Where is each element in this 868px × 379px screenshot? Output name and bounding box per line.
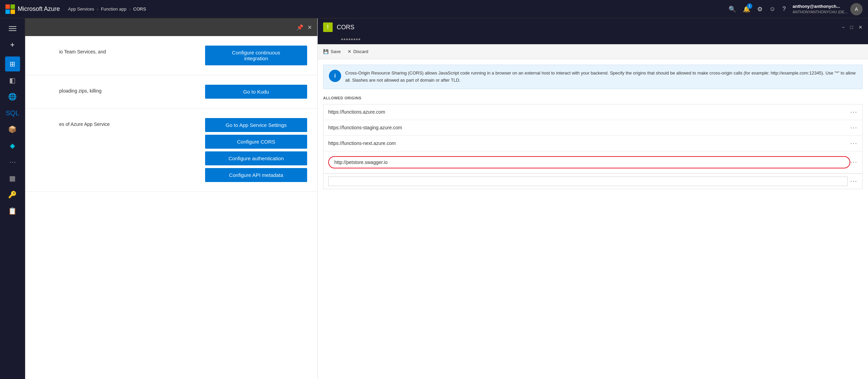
origin-row-2: https://functions-staging.azure.com ··· [323,120,862,136]
settings-icon[interactable]: ⚙ [757,5,763,13]
left-panel: 📌 ✕ io Team Services, and Configure cont… [25,18,318,379]
breadcrumb-app-services[interactable]: App Services [68,6,94,12]
origin-menu-2[interactable]: ··· [850,124,857,131]
breadcrumb-cors[interactable]: CORS [133,6,146,12]
discard-button[interactable]: ✕ Discard [348,49,368,54]
svg-rect-3 [11,10,15,14]
cors-restore-icon[interactable]: □ [850,24,853,30]
user-text: anthony@anthonych... ANTHONYANTHONYCHU (… [792,4,848,14]
cors-header-icons: − □ ✕ [842,24,863,30]
section-ci-buttons: Configure continuousintegration [205,46,307,65]
configure-continuous-integration-button[interactable]: Configure continuousintegration [205,46,307,65]
cors-title: CORS [337,24,354,31]
user-tenant: ANTHONYANTHONYCHU (DE... [792,10,848,14]
topbar: Microsoft Azure App Services › Function … [0,0,868,18]
section-kudu-text: ploading zips, killing [59,85,195,95]
main-layout: + ⊞ ◧ 🌐 SQL 📦 ◆ ⋯ ▦ 🔑 📋 📌 ✕ io Team Serv… [0,18,868,379]
user-display-name: anthony@anthonych... [792,4,848,10]
origin-row-4: http://petstore.swagger.io ··· [323,151,862,174]
breadcrumb-sep-2: › [129,7,131,12]
content-area: 📌 ✕ io Team Services, and Configure cont… [25,18,868,379]
origin-url-2: https://functions-staging.azure.com [328,125,850,130]
discard-label: Discard [353,49,368,54]
save-icon: 💾 [323,49,329,54]
info-icon: i [329,70,341,82]
svg-rect-1 [11,4,15,9]
sidebar-item-sql[interactable]: SQL [5,105,20,120]
help-icon[interactable]: ? [782,5,786,13]
origin-menu-1[interactable]: ··· [850,109,857,116]
sidebar-item-api[interactable]: ⋯ [5,154,20,169]
configure-authentication-button[interactable]: Configure authentication [205,151,307,165]
cors-subtitle: ●●●●●●●● [341,37,361,42]
discard-icon: ✕ [348,49,351,54]
cors-info-box: i Cross-Origin Resource Sharing (CORS) a… [323,65,863,89]
sidebar-item-monitor[interactable]: 📋 [5,203,20,218]
breadcrumb: App Services › Function app › CORS [68,6,146,12]
save-label: Save [331,49,341,54]
brand-logo: Microsoft Azure [5,4,60,14]
svg-rect-0 [5,4,10,9]
origin-url-3: https://functions-next.azure.com [328,141,850,146]
panel-header: 📌 ✕ [25,18,317,36]
close-panel-icon[interactable]: ✕ [307,24,312,31]
pin-icon[interactable]: 📌 [297,24,303,31]
hamburger-line-2 [9,28,16,29]
cors-close-icon[interactable]: ✕ [858,24,863,30]
brand-name: Microsoft Azure [18,5,60,13]
section-app-service: es of Azure App Service Go to App Servic… [25,109,317,192]
section-ci-text: io Team Services, and [59,46,195,55]
sidebar-item-resources[interactable]: ◧ [5,73,20,88]
cors-panel-header: ! CORS − □ ✕ [318,18,868,36]
go-to-kudu-button[interactable]: Go to Kudu [205,85,307,99]
section-app-service-text: es of Azure App Service [59,118,195,128]
cors-title-area: ! CORS [323,22,838,32]
cors-info-text: Cross-Origin Resource Sharing (CORS) all… [345,70,857,84]
new-origin-menu[interactable]: ··· [850,178,857,185]
new-origin-input[interactable] [328,177,848,186]
new-origin-row: ··· [323,174,862,189]
origin-menu-3[interactable]: ··· [850,140,857,147]
hamburger-line-3 [9,30,16,31]
origin-url-1: https://functions.azure.com [328,109,850,115]
cors-toolbar: 💾 Save ✕ Discard [318,44,868,59]
sidebar: + ⊞ ◧ 🌐 SQL 📦 ◆ ⋯ ▦ 🔑 📋 [0,18,25,379]
section-app-service-buttons: Go to App Service Settings Configure COR… [205,118,307,182]
sidebar-create-button[interactable]: + [6,39,19,51]
configure-cors-button[interactable]: Configure CORS [205,135,307,149]
sidebar-item-dashboard[interactable]: ⊞ [5,56,20,71]
section-continuous-integration: io Team Services, and Configure continuo… [25,36,317,75]
cors-panel: ! CORS − □ ✕ ●●●●●●●● 💾 Save [318,18,868,379]
left-panel-content: io Team Services, and Configure continuo… [25,36,317,192]
cors-warning-icon: ! [323,22,333,32]
sidebar-item-layers[interactable]: ▦ [5,171,20,186]
sidebar-item-key[interactable]: 🔑 [5,187,20,202]
origin-row-1: https://functions.azure.com ··· [323,104,862,120]
origin-url-4-highlighted: http://petstore.swagger.io [328,156,850,168]
sidebar-hamburger[interactable] [6,22,19,35]
section-kudu: ploading zips, killing Go to Kudu [25,75,317,109]
hamburger-line-1 [9,26,16,27]
allowed-origins-label: ALLOWED ORIGINS [323,96,863,100]
cors-minimize-icon[interactable]: − [842,24,845,30]
origin-menu-4[interactable]: ··· [850,159,857,166]
sidebar-item-globe[interactable]: 🌐 [5,89,20,104]
notifications-wrapper[interactable]: 🔔 1 [743,5,750,13]
origins-list: https://functions.azure.com ··· https://… [323,104,863,189]
configure-api-metadata-button[interactable]: Configure API metadata [205,168,307,182]
sidebar-item-network[interactable]: ◆ [5,138,20,153]
feedback-icon[interactable]: ☺ [769,5,775,13]
breadcrumb-function-app[interactable]: Function app [101,6,127,12]
cors-body: i Cross-Origin Resource Sharing (CORS) a… [318,59,868,379]
origin-row-3: https://functions-next.azure.com ··· [323,136,862,151]
user-avatar[interactable]: A [850,3,863,15]
section-kudu-buttons: Go to Kudu [205,85,307,99]
topbar-right: 🔍 🔔 1 ⚙ ☺ ? anthony@anthonych... ANTHONY… [729,3,863,15]
sidebar-item-storage[interactable]: 📦 [5,122,20,137]
svg-rect-2 [5,10,10,14]
notification-badge: 1 [747,3,752,9]
user-info[interactable]: anthony@anthonych... ANTHONYANTHONYCHU (… [792,3,863,15]
save-button[interactable]: 💾 Save [323,49,341,54]
search-icon[interactable]: 🔍 [729,5,736,13]
go-to-app-service-settings-button[interactable]: Go to App Service Settings [205,118,307,132]
